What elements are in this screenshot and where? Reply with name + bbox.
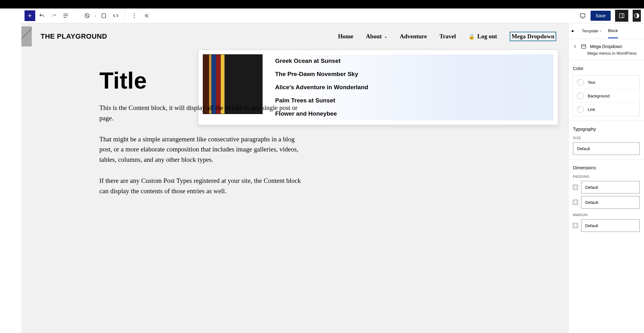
- svg-point-4: [134, 17, 135, 18]
- section-title: Typography: [573, 127, 640, 132]
- list-view-button[interactable]: [60, 10, 71, 21]
- block-description: Mega menus in WordPress: [569, 51, 644, 60]
- margin-link-icon[interactable]: [573, 223, 578, 228]
- undo-button[interactable]: [36, 10, 47, 21]
- nav-item-travel[interactable]: Travel: [439, 33, 456, 40]
- svg-rect-1: [102, 14, 106, 18]
- content-paragraph[interactable]: That might be a simple arrangement like …: [99, 134, 307, 165]
- lock-icon: 🔒: [469, 34, 475, 40]
- padding-label: PADDING: [573, 175, 640, 178]
- zoom-out-icon[interactable]: [82, 10, 92, 21]
- padding-row: Default: [573, 181, 640, 194]
- mega-dropdown-item[interactable]: Greek Ocean at Sunset: [275, 54, 550, 68]
- color-list: Text Background Link: [573, 75, 640, 116]
- editor-top-toolbar: • Save: [21, 8, 644, 23]
- color-link-button[interactable]: Link: [573, 103, 639, 116]
- nav-item-label: Log out: [477, 33, 497, 40]
- more-options-button[interactable]: [129, 10, 140, 21]
- toolbar-separator-dot: •: [94, 14, 97, 17]
- padding-link-icon[interactable]: [573, 185, 578, 190]
- block-title: Mega Dropdown: [590, 44, 622, 49]
- padding-link-icon[interactable]: [573, 200, 578, 205]
- tab-block[interactable]: Block: [608, 24, 618, 38]
- sidebar-tabs: Template • Block: [569, 23, 644, 39]
- tab-indicator-dot: [572, 30, 574, 32]
- svg-rect-6: [619, 14, 624, 18]
- tab-template[interactable]: Template •: [582, 24, 601, 38]
- size-label: SIZE: [573, 136, 640, 140]
- swatch-icon: [577, 79, 584, 86]
- chevron-down-icon: ⌄: [384, 35, 387, 39]
- mega-dropdown-list: Greek Ocean at Sunset The Pre-Dawn Novem…: [275, 54, 553, 120]
- tab-label: Block: [608, 28, 618, 33]
- svg-rect-8: [581, 45, 586, 48]
- navigate-up-button[interactable]: [573, 44, 577, 49]
- primary-navigation: Home About ⌄ Adventure Travel 🔒 Log out …: [338, 32, 568, 41]
- svg-point-3: [134, 15, 135, 16]
- typography-section: Typography SIZE Default: [569, 121, 644, 159]
- color-label: Background: [588, 94, 609, 98]
- color-label: Text: [588, 80, 595, 85]
- nav-item-logout[interactable]: 🔒 Log out: [469, 33, 497, 40]
- tab-dot-icon: •: [600, 30, 601, 32]
- mega-dropdown-item[interactable]: Flower and Honeybee: [275, 107, 550, 120]
- padding-select-2[interactable]: Default: [581, 196, 640, 209]
- template-part-icon: [580, 43, 587, 50]
- color-text-button[interactable]: Text: [573, 76, 639, 89]
- site-logo[interactable]: [21, 26, 32, 46]
- page-title[interactable]: Title: [99, 67, 307, 94]
- add-block-button[interactable]: [25, 10, 35, 21]
- settings-sidebar-toggle[interactable]: [615, 10, 628, 22]
- padding-select-1[interactable]: Default: [581, 181, 640, 194]
- tab-label: Template: [582, 29, 598, 33]
- nav-item-label: About: [366, 33, 382, 40]
- nav-item-mega-dropdown[interactable]: Mega Dropdown: [510, 32, 556, 41]
- font-size-select[interactable]: Default: [573, 142, 640, 155]
- color-section: Color Text Background Link: [569, 60, 644, 121]
- mega-dropdown-item[interactable]: Alice's Adventure in Wonderland: [275, 81, 550, 94]
- editor-canvas: THE PLAYGROUND Home About ⌄ Adventure Tr…: [21, 23, 568, 333]
- site-title[interactable]: THE PLAYGROUND: [41, 32, 107, 41]
- device-preview-button[interactable]: [98, 10, 109, 21]
- swatch-icon: [577, 92, 584, 99]
- content-paragraph[interactable]: This is the Content block, it will displ…: [99, 103, 307, 123]
- color-label: Link: [588, 107, 595, 112]
- section-title: Dimensions: [573, 165, 640, 170]
- margin-row: Default: [573, 219, 640, 232]
- svg-point-2: [134, 14, 135, 14]
- margin-select[interactable]: Default: [581, 219, 640, 232]
- site-header: THE PLAYGROUND Home About ⌄ Adventure Tr…: [21, 23, 568, 50]
- toolbar-right-group: Save: [577, 10, 641, 22]
- svg-rect-5: [580, 14, 585, 17]
- code-view-button[interactable]: [110, 10, 121, 21]
- styles-toggle[interactable]: [633, 10, 641, 22]
- content-paragraph[interactable]: If there are any Custom Post Types regis…: [99, 176, 307, 196]
- dimensions-section: Dimensions PADDING Default Default MARGI…: [569, 159, 644, 239]
- mega-dropdown-item[interactable]: Palm Trees at Sunset: [275, 94, 550, 107]
- redo-button[interactable]: [48, 10, 59, 21]
- mega-dropdown-item[interactable]: The Pre-Dawn November Sky: [275, 68, 550, 81]
- save-button[interactable]: Save: [591, 11, 611, 21]
- swatch-icon: [577, 106, 584, 113]
- toolbar-left-group: •: [25, 10, 152, 21]
- collapse-toolbar-button[interactable]: [141, 10, 152, 21]
- block-header: Mega Dropdown: [569, 39, 644, 51]
- nav-item-adventure[interactable]: Adventure: [400, 33, 427, 40]
- view-button[interactable]: [577, 10, 588, 21]
- nav-item-about[interactable]: About ⌄: [366, 33, 387, 40]
- toolbar-divider: [125, 12, 125, 20]
- section-title: Color: [573, 66, 640, 71]
- settings-sidebar: Template • Block Mega Dropdown Mega menu…: [568, 23, 644, 333]
- page-content: Title This is the Content block, it will…: [99, 67, 307, 207]
- color-background-button[interactable]: Background: [573, 89, 639, 103]
- padding-row: Default: [573, 196, 640, 209]
- nav-item-home[interactable]: Home: [338, 33, 353, 40]
- margin-label: MARGIN: [573, 213, 640, 217]
